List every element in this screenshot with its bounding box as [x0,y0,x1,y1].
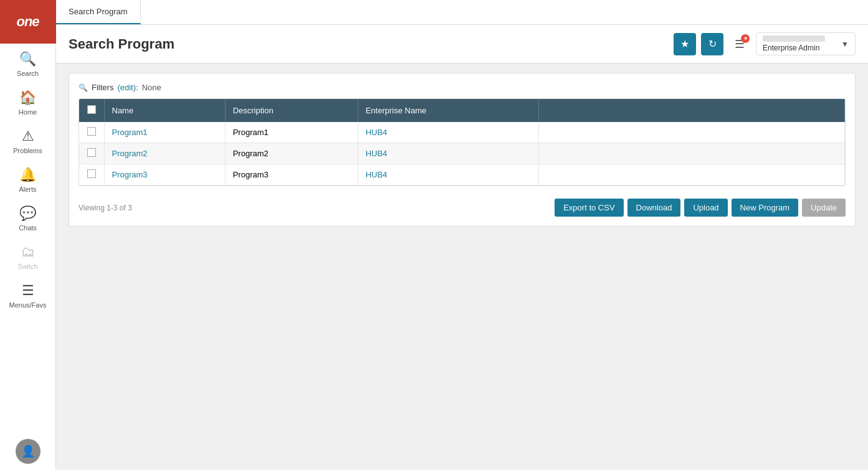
viewing-count: Viewing 1-3 of 3 [79,204,132,212]
sidebar-item-label: Problems [13,147,42,154]
dropdown-arrow-icon: ▼ [841,40,849,49]
filters-value: None [142,83,161,92]
row-name[interactable]: Program3 [104,164,225,186]
filters-edit-link[interactable]: (edit): [117,83,138,92]
update-button: Update [802,199,846,217]
header-actions: ★ ↻ ☰ Enterprise Admin ▼ [674,32,856,55]
footer-actions: Export to CSV Download Upload New Progra… [555,199,846,217]
user-role: Enterprise Admin [763,44,837,52]
col-header-name: Name [104,99,225,122]
select-all-checkbox[interactable] [87,105,96,114]
sidebar-item-home[interactable]: 🏠 Home [0,82,55,121]
table-header-row: Name Description Enterprise Name [79,99,845,122]
table-row: Program1 Program1 HUB4 [79,122,845,143]
user-info: Enterprise Admin [763,35,837,52]
app-logo[interactable]: one [0,0,56,44]
sidebar-item-search[interactable]: 🔍 Search [0,44,55,82]
row-enterprise[interactable]: HUB4 [358,122,538,143]
filters-bar: 🔍 Filters (edit): None [79,83,846,92]
row-description: Program2 [225,143,358,164]
sidebar-item-chats[interactable]: 💬 Chats [0,198,55,237]
row-name[interactable]: Program1 [104,122,225,143]
row-checkbox-cell[interactable] [79,164,104,186]
user-dropdown[interactable]: Enterprise Admin ▼ [756,32,856,55]
notification-button[interactable]: ☰ [728,33,751,55]
search-results-card: 🔍 Filters (edit): None Name [69,73,856,227]
row-checkbox-cell[interactable] [79,122,104,143]
menu-icon: ☰ [22,283,34,299]
main-area: Search Program Search Program ★ ↻ ☰ Ente… [56,0,868,470]
sidebar-item-problems[interactable]: ⚠ Problems [0,121,55,159]
row-checkbox-cell[interactable] [79,143,104,164]
new-program-button[interactable]: New Program [732,199,798,217]
row-enterprise[interactable]: HUB4 [358,143,538,164]
notification-badge [741,34,750,43]
sidebar-item-label: Search [17,70,39,77]
table-row: Program3 Program3 HUB4 [79,164,845,186]
sidebar: one 🔍 Search 🏠 Home ⚠ Problems 🔔 Alerts … [0,0,56,470]
chat-icon: 💬 [19,205,36,222]
favorite-button[interactable]: ★ [674,33,696,55]
table-row: Program2 Program2 HUB4 [79,143,845,164]
results-table: Name Description Enterprise Name [79,99,845,186]
home-icon: 🏠 [19,90,36,106]
row-name[interactable]: Program2 [104,143,225,164]
row-extra [538,143,844,164]
bell-icon: 🔔 [19,167,36,183]
row-description: Program1 [225,122,358,143]
sidebar-item-label: Alerts [19,186,36,193]
sidebar-item-label: Menus/Favs [9,301,47,309]
sidebar-item-label: Switch [17,263,37,270]
row-checkbox[interactable] [87,148,96,157]
filter-icon: 🔍 [79,83,88,92]
warning-icon: ⚠ [22,128,34,144]
filters-label: Filters [92,83,113,92]
row-checkbox[interactable] [87,127,96,136]
page-header: Search Program ★ ↻ ☰ Enterprise Admin ▼ [56,25,868,63]
row-extra [538,122,844,143]
table-footer: Viewing 1-3 of 3 Export to CSV Download … [79,192,846,217]
download-button[interactable]: Download [627,199,681,217]
sidebar-item-label: Chats [19,224,37,232]
results-table-container: Name Description Enterprise Name [79,98,846,186]
row-enterprise[interactable]: HUB4 [358,164,538,186]
col-header-extra [538,99,844,122]
col-header-enterprise: Enterprise Name [358,99,538,122]
page-content: 🔍 Filters (edit): None Name [56,63,868,470]
tab-bar: Search Program [56,0,868,25]
search-icon: 🔍 [19,51,36,67]
switch-icon: 🗂 [21,244,35,260]
row-checkbox[interactable] [87,169,96,178]
page-title: Search Program [69,36,174,52]
sidebar-item-menus[interactable]: ☰ Menus/Favs [0,275,55,314]
sidebar-item-switch: 🗂 Switch [0,237,55,275]
row-description: Program3 [225,164,358,186]
col-header-description: Description [225,99,358,122]
select-all-header[interactable] [79,99,104,122]
tab-search-program[interactable]: Search Program [56,0,141,24]
refresh-button[interactable]: ↻ [701,33,723,55]
user-name-bar [763,35,825,42]
row-extra [538,164,844,186]
upload-button[interactable]: Upload [684,199,727,217]
user-avatar[interactable]: 👤 [16,439,41,464]
export-csv-button[interactable]: Export to CSV [555,199,623,217]
sidebar-item-alerts[interactable]: 🔔 Alerts [0,159,55,198]
sidebar-item-label: Home [19,108,37,116]
